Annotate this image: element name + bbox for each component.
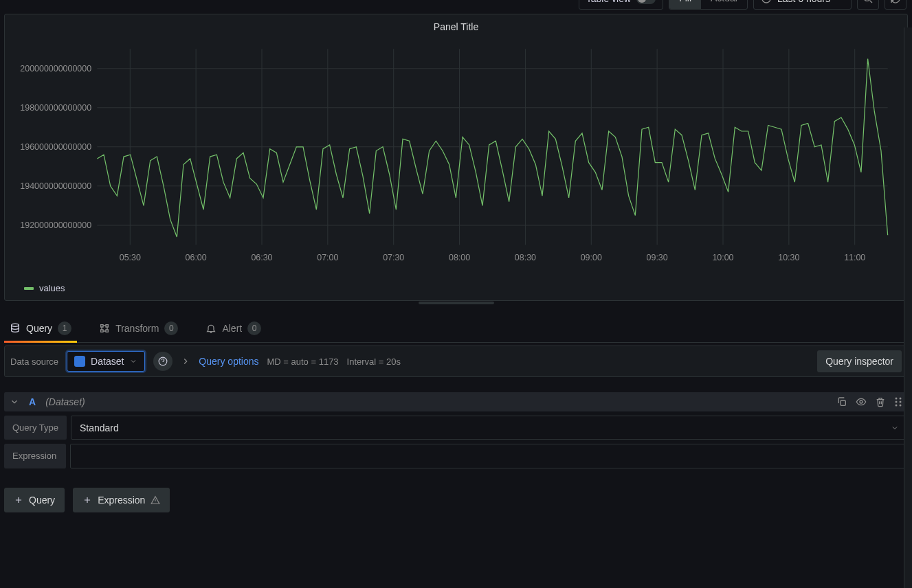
panel-title: Panel Title (5, 14, 907, 35)
clock-icon (761, 0, 772, 4)
svg-text:07:30: 07:30 (383, 253, 404, 262)
expression-row: Expression (4, 444, 908, 468)
expression-label: Expression (4, 444, 66, 468)
grip-icon (894, 396, 902, 407)
add-expression-button[interactable]: Expression (73, 488, 170, 512)
svg-text:192000000000000: 192000000000000 (20, 220, 91, 230)
toggle-switch-icon (636, 0, 656, 4)
tab-query[interactable]: Query 1 (4, 316, 77, 342)
svg-text:06:30: 06:30 (251, 253, 272, 262)
fit-mode-group: Fill Actual (669, 0, 748, 10)
chevron-down-icon (836, 0, 844, 3)
legend-swatch-icon (24, 287, 34, 290)
md-meta: MD = auto = 1173 (267, 357, 339, 367)
svg-point-40 (896, 398, 898, 400)
svg-point-43 (900, 401, 902, 403)
tab-alert-badge: 0 (247, 321, 261, 335)
table-view-label: Table view (586, 0, 631, 4)
svg-rect-38 (841, 400, 845, 405)
svg-text:10:30: 10:30 (778, 253, 799, 262)
time-range-picker[interactable]: Last 6 hours (753, 0, 852, 10)
query-toolbar: Data source Dataset Query options MD = a… (4, 346, 908, 377)
expression-input[interactable] (70, 444, 908, 468)
chevron-down-icon (10, 397, 19, 407)
query-type-select[interactable]: Standard (71, 416, 908, 440)
question-icon (158, 357, 168, 366)
svg-point-1 (864, 0, 870, 1)
datasource-name: Dataset (91, 356, 124, 367)
chevron-down-icon (891, 424, 899, 432)
svg-text:200000000000000: 200000000000000 (20, 64, 91, 74)
tab-alert[interactable]: Alert 0 (200, 316, 267, 342)
toggle-query-button[interactable] (856, 396, 867, 407)
svg-text:08:00: 08:00 (449, 253, 470, 262)
chart-legend[interactable]: values (24, 283, 65, 293)
trash-icon (875, 396, 886, 407)
actual-mode-button[interactable]: Actual (701, 0, 747, 9)
datasource-select[interactable]: Dataset (67, 351, 145, 372)
drag-query-handle[interactable] (894, 396, 902, 407)
add-query-label: Query (29, 495, 55, 506)
svg-text:08:30: 08:30 (515, 253, 536, 262)
refresh-button[interactable] (885, 0, 907, 10)
refresh-icon (890, 0, 901, 4)
query-type-label: Query Type (4, 416, 67, 440)
svg-point-41 (900, 398, 902, 400)
svg-point-42 (896, 401, 898, 403)
query-type-row: Query Type Standard (4, 416, 908, 440)
warning-icon (151, 495, 160, 505)
svg-text:06:00: 06:00 (186, 253, 207, 262)
datasource-help-button[interactable] (153, 352, 173, 371)
editor-tabs: Query 1 Transform 0 Alert 0 (4, 316, 908, 343)
chart-panel: Panel Title 1920000000000001940000000000… (4, 14, 908, 301)
svg-text:11:00: 11:00 (844, 253, 865, 262)
svg-text:198000000000000: 198000000000000 (20, 103, 91, 113)
svg-text:07:00: 07:00 (317, 253, 338, 262)
query-row-actions (836, 396, 902, 407)
svg-point-45 (900, 405, 902, 407)
zoom-out-button[interactable] (857, 0, 879, 10)
tab-transform[interactable]: Transform 0 (93, 316, 183, 342)
svg-point-0 (762, 0, 770, 3)
plus-icon (14, 495, 23, 505)
database-icon (10, 323, 21, 334)
delete-query-button[interactable] (875, 396, 886, 407)
chart-area[interactable]: 1920000000000001940000000000001960000000… (12, 42, 895, 266)
chevron-down-icon (129, 357, 137, 365)
query-type-value: Standard (80, 422, 119, 433)
eye-icon (856, 396, 867, 407)
collapse-query-button[interactable] (10, 397, 19, 407)
legend-label: values (39, 283, 65, 293)
tab-transform-label: Transform (115, 323, 159, 334)
svg-point-44 (896, 405, 898, 407)
svg-point-36 (12, 324, 19, 326)
zoom-out-icon (863, 0, 874, 4)
query-row-header: A (Dataset) (4, 392, 908, 411)
panel-resize-handle[interactable] (419, 302, 494, 304)
add-query-button[interactable]: Query (4, 488, 65, 512)
svg-text:09:30: 09:30 (647, 253, 668, 262)
tab-alert-label: Alert (222, 323, 242, 334)
query-options-link[interactable]: Query options (199, 356, 258, 367)
duplicate-query-button[interactable] (836, 396, 847, 407)
query-inspector-button[interactable]: Query inspector (817, 350, 902, 372)
svg-text:194000000000000: 194000000000000 (20, 181, 91, 191)
fill-mode-button[interactable]: Fill (669, 0, 701, 9)
interval-meta: Interval = 20s (347, 357, 401, 367)
time-range-label: Last 6 hours (777, 0, 830, 4)
bell-icon (205, 323, 216, 334)
transform-icon (99, 323, 110, 334)
chevron-right-icon[interactable] (181, 357, 190, 366)
query-datasource-name: (Dataset) (45, 396, 85, 407)
add-expression-label: Expression (98, 495, 145, 506)
datasource-logo-icon (74, 356, 85, 367)
query-ref-id[interactable]: A (29, 396, 36, 407)
plus-icon (82, 495, 92, 505)
side-panel-strip[interactable] (904, 27, 912, 588)
table-view-toggle[interactable]: Table view (579, 0, 663, 10)
svg-text:05:30: 05:30 (120, 253, 141, 262)
svg-text:196000000000000: 196000000000000 (20, 142, 91, 152)
svg-point-39 (860, 400, 863, 403)
tab-query-badge: 1 (58, 321, 71, 335)
tab-query-label: Query (26, 323, 52, 334)
